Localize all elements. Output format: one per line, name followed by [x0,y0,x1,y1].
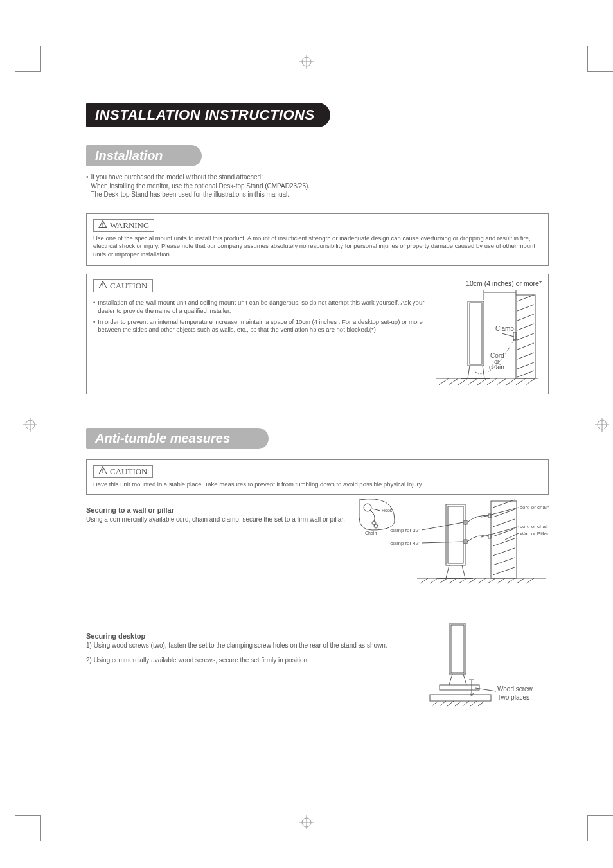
crop-mark-br [587,815,613,841]
installation-intro: • If you have purchased the model withou… [86,173,549,199]
main-heading: INSTALLATION INSTRUCTIONS [86,103,330,127]
svg-line-99 [432,701,438,706]
svg-rect-94 [449,624,466,674]
svg-rect-38 [513,332,516,340]
svg-text:Hook: Hook [382,508,393,513]
svg-text:Two places: Two places [497,694,529,701]
svg-line-50 [420,578,428,583]
svg-line-59 [507,578,515,583]
registration-mark-right [595,418,609,432]
svg-line-100 [440,701,446,706]
svg-line-34 [517,362,534,369]
crop-mark-bl [15,815,41,841]
svg-line-55 [468,578,476,583]
svg-line-105 [478,701,484,706]
svg-line-16 [439,378,449,385]
caution-box-2: CAUTION Have this unit mounted in a stab… [86,459,549,495]
svg-line-65 [493,519,515,527]
svg-line-56 [478,578,486,583]
bullet-dot: • [93,299,95,315]
warning-icon [98,466,107,477]
caution-label-2: CAUTION [93,465,153,478]
svg-line-69 [493,558,515,565]
intro-line-1: If you have purchased the model without … [91,173,263,181]
svg-rect-62 [491,501,517,578]
svg-point-15 [102,287,103,287]
svg-line-60 [517,578,524,583]
svg-line-53 [449,578,457,583]
svg-rect-36 [468,301,484,366]
warning-icon [98,281,107,291]
warning-label-text: WARNING [110,220,149,231]
bullet-dot: • [93,318,95,335]
svg-line-51 [430,578,438,583]
securing-desktop-figure: Wood screw Two places [427,621,549,711]
svg-text:cord or chain for 32": cord or chain for 32" [520,504,549,510]
svg-line-19 [468,378,477,385]
registration-mark-top [299,55,314,69]
clearance-figure: Clamp Cord or chain [432,288,542,385]
svg-point-48 [102,472,103,473]
securing-desktop-step1: 1) Using wood screws (two), fasten the s… [86,641,420,650]
svg-point-13 [102,226,103,226]
clearance-label: 10cm (4 inches) or more* [432,279,542,287]
securing-wall-figure: Hook Chain clamp for 32" clamp for 42" c… [356,495,549,585]
svg-line-66 [493,529,515,536]
svg-text:Wood screw: Wood screw [497,686,533,693]
svg-line-24 [516,378,526,385]
caution-box-1: CAUTION • Installation of the wall mount… [86,274,549,394]
svg-line-32 [517,343,534,350]
caution-label-text-2: CAUTION [110,466,148,477]
svg-text:Clamp: Clamp [495,325,514,332]
svg-line-31 [517,333,534,340]
svg-line-28 [517,305,534,311]
installation-heading: Installation [86,145,202,166]
crop-mark-tl [15,46,41,72]
svg-line-29 [517,314,534,321]
warning-label: WARNING [93,219,154,232]
caution1-item2: In order to prevent an internal temperat… [98,318,426,335]
bullet-dot: • [86,173,89,199]
registration-mark-bottom [299,815,314,829]
securing-wall-text: Using a commercially available cord, cha… [86,515,350,524]
svg-text:Wall or Pillar: Wall or Pillar [520,531,549,536]
svg-line-61 [526,578,534,583]
svg-line-82 [372,509,380,511]
svg-line-57 [488,578,495,583]
svg-line-104 [470,701,477,706]
securing-desktop-step2: 2) Using commercially available wood scr… [86,656,420,665]
svg-line-21 [487,378,497,385]
securing-desktop-heading: Securing desktop [86,632,420,640]
svg-line-68 [493,548,515,556]
intro-line-2: When installing the monitor, use the opt… [91,182,310,190]
page-content: INSTALLATION INSTRUCTIONS Installation •… [86,103,549,713]
crop-mark-tr [587,46,613,72]
svg-line-67 [493,538,515,546]
svg-point-80 [374,524,378,528]
caution1-item1: Installation of the wall mount unit and … [98,299,426,315]
svg-rect-98 [430,695,491,701]
svg-line-43 [502,333,514,337]
svg-line-102 [455,701,461,706]
svg-rect-71 [446,504,465,565]
svg-line-22 [497,378,506,385]
svg-rect-96 [440,685,479,690]
svg-line-58 [497,578,505,583]
svg-line-54 [459,578,466,583]
svg-line-85 [422,522,463,530]
svg-rect-95 [451,625,464,673]
svg-line-89 [481,508,519,517]
svg-line-87 [422,542,463,543]
anti-tumble-heading: Anti-tumble measures [86,428,269,449]
svg-rect-72 [448,506,463,563]
svg-line-23 [506,378,516,385]
svg-text:chain: chain [489,364,504,371]
intro-line: If you have purchased the model without … [91,173,549,199]
svg-line-103 [463,701,469,706]
warning-icon [98,220,107,231]
warning-text: Use one of the special mount units to in… [93,235,542,259]
svg-line-27 [517,295,534,301]
svg-line-70 [493,567,515,575]
svg-line-30 [517,324,534,330]
intro-line-3: The Desk-top Stand has been used for the… [91,191,290,198]
